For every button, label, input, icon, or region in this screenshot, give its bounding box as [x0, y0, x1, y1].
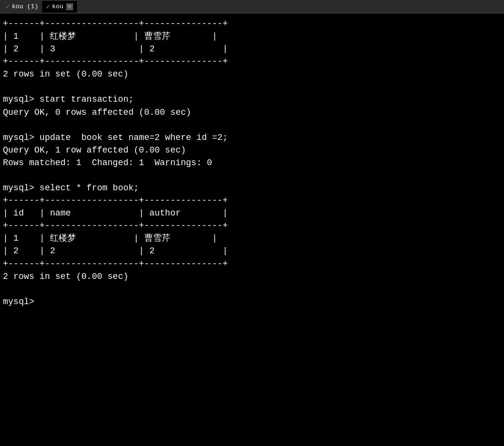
terminal-line: +------+------------------+-------------…: [3, 17, 501, 30]
terminal-line: +------+------------------+-------------…: [3, 219, 501, 232]
terminal-line: mysql> start transaction;: [3, 93, 501, 106]
terminal-line: +------+------------------+-------------…: [3, 55, 501, 68]
terminal-line: mysql>: [3, 295, 501, 308]
tab-kou2[interactable]: ✓ kou ✕: [42, 1, 77, 13]
terminal-line: [3, 119, 501, 131]
terminal-line: [3, 169, 501, 182]
terminal-line: +------+------------------+-------------…: [3, 258, 501, 270]
terminal-line: Rows matched: 1 Changed: 1 Warnings: 0: [3, 156, 501, 169]
terminal-line: mysql> select * from book;: [3, 182, 501, 194]
terminal-line: | 2 | 3 | 2 |: [3, 43, 501, 55]
tab-kou2-label: kou: [52, 3, 63, 10]
terminal-line: | id | name | author |: [3, 207, 501, 219]
terminal-line: mysql> update book set name=2 where id =…: [3, 131, 501, 144]
terminal-line: [3, 80, 501, 93]
terminal-line: 2 rows in set (0.00 sec): [3, 68, 501, 80]
tab-bar: ✓ kou (1) ✓ kou ✕: [0, 0, 504, 14]
tab-close-button[interactable]: ✕: [66, 3, 73, 10]
terminal-line: | 2 | 2 | 2 |: [3, 245, 501, 257]
terminal-line: Query OK, 1 row affected (0.00 sec): [3, 144, 501, 156]
terminal-line: Query OK, 0 rows affected (0.00 sec): [3, 106, 501, 119]
check-icon-2: ✓: [46, 2, 50, 11]
tab-kou1-label: kou (1): [12, 3, 38, 10]
check-icon-1: ✓: [6, 2, 10, 11]
terminal-line: | 1 | 红楼梦 | 曹雪芹 |: [3, 30, 501, 43]
terminal-line: 2 rows in set (0.00 sec): [3, 270, 501, 283]
terminal-line: +------+------------------+-------------…: [3, 194, 501, 207]
tab-kou1[interactable]: ✓ kou (1): [2, 1, 42, 13]
terminal-window: +------+------------------+-------------…: [0, 14, 504, 446]
terminal-line: [3, 283, 501, 295]
terminal-line: | 1 | 红楼梦 | 曹雪芹 |: [3, 232, 501, 245]
